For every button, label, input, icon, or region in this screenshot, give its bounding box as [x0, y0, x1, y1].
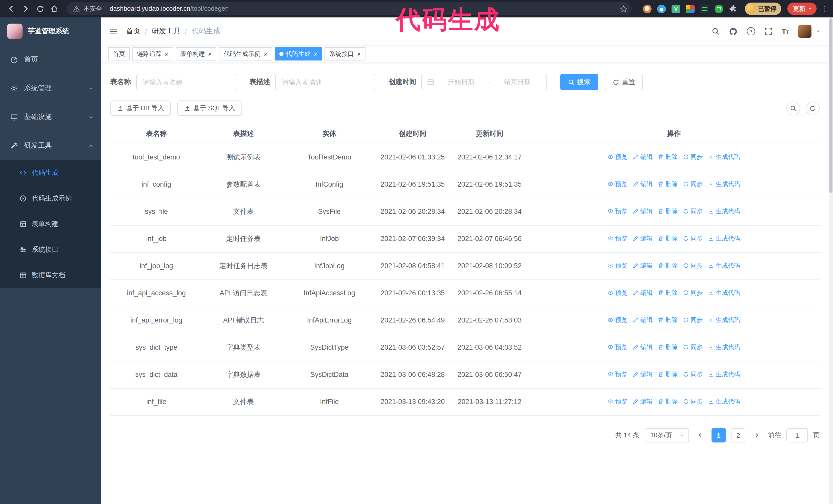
action-sync[interactable]: 同步 [683, 151, 703, 163]
extension-icon-5[interactable] [700, 4, 709, 13]
close-icon[interactable]: × [208, 50, 212, 57]
action-generate-code[interactable]: 生成代码 [708, 369, 740, 380]
goto-page-input[interactable] [786, 428, 808, 442]
action-generate-code[interactable]: 生成代码 [708, 287, 740, 298]
prev-page-button[interactable] [694, 428, 706, 442]
page-button-1[interactable]: 1 [712, 428, 726, 442]
action-delete[interactable]: 删除 [658, 396, 678, 407]
close-icon[interactable]: × [314, 50, 317, 57]
caret-down-icon[interactable] [815, 29, 821, 34]
action-edit[interactable]: 编辑 [633, 396, 652, 407]
date-range-picker[interactable]: 开始日期 - 结束日期 [421, 74, 547, 90]
action-generate-code[interactable]: 生成代码 [708, 206, 740, 217]
sidebar-item-codegen-example[interactable]: 代码生成示例 [0, 186, 101, 211]
action-generate-code[interactable]: 生成代码 [708, 260, 740, 271]
action-preview[interactable]: 预览 [608, 260, 627, 271]
extension-icon-1[interactable] [643, 4, 651, 13]
refresh-table-button[interactable] [806, 101, 820, 115]
action-generate-code[interactable]: 生成代码 [708, 314, 740, 326]
action-preview[interactable]: 预览 [608, 233, 627, 244]
action-preview[interactable]: 预览 [608, 369, 627, 380]
browser-back-icon[interactable] [5, 3, 18, 15]
browser-reload-icon[interactable] [34, 3, 46, 15]
action-preview[interactable]: 预览 [608, 341, 627, 353]
extension-icon-6[interactable] [715, 4, 723, 13]
action-edit[interactable]: 编辑 [633, 341, 652, 353]
address-bar[interactable]: 不安全 dashboard.yudao.iocoder.cn/tool/code… [67, 2, 632, 16]
action-delete[interactable]: 删除 [658, 206, 678, 217]
action-delete[interactable]: 删除 [658, 369, 678, 380]
tab-system-api[interactable]: 系统接口× [325, 47, 365, 61]
browser-menu-icon[interactable]: ⋮ [821, 5, 828, 13]
extensions-puzzle-icon[interactable] [729, 4, 738, 13]
action-generate-code[interactable]: 生成代码 [708, 341, 740, 353]
import-db-button[interactable]: 基于 DB 导入 [110, 100, 171, 116]
fullscreen-icon[interactable] [764, 27, 772, 35]
action-preview[interactable]: 预览 [608, 314, 627, 326]
action-delete[interactable]: 删除 [658, 178, 678, 190]
tab-tracing[interactable]: 链路追踪× [132, 47, 173, 61]
sidebar-item-home[interactable]: 首页 [0, 45, 101, 74]
action-edit[interactable]: 编辑 [633, 287, 652, 298]
action-edit[interactable]: 编辑 [633, 369, 652, 380]
close-icon[interactable]: × [263, 50, 267, 57]
action-sync[interactable]: 同步 [683, 233, 703, 244]
help-icon[interactable]: ? [747, 27, 755, 35]
search-button[interactable]: 搜索 [560, 74, 598, 90]
action-edit[interactable]: 编辑 [633, 260, 652, 271]
profile-paused-chip[interactable]: 已暂停 [745, 3, 781, 15]
sidebar-item-system-api[interactable]: 系统接口 [0, 237, 101, 263]
extension-icon-2[interactable] [657, 4, 666, 13]
action-preview[interactable]: 预览 [608, 178, 627, 190]
action-delete[interactable]: 删除 [658, 287, 678, 298]
breadcrumb-home[interactable]: 首页 [126, 27, 140, 36]
search-icon[interactable] [712, 27, 720, 35]
breadcrumb-devtools[interactable]: 研发工具 [152, 27, 181, 36]
action-edit[interactable]: 编辑 [633, 314, 652, 326]
font-size-icon[interactable]: TT [782, 28, 789, 35]
action-delete[interactable]: 删除 [658, 151, 678, 163]
action-sync[interactable]: 同步 [683, 341, 703, 353]
sidebar-item-infrastructure[interactable]: 基础设施 [0, 102, 101, 131]
action-edit[interactable]: 编辑 [633, 178, 652, 190]
action-delete[interactable]: 删除 [658, 314, 678, 326]
page-button-2[interactable]: 2 [731, 428, 745, 442]
action-sync[interactable]: 同步 [683, 206, 703, 217]
action-edit[interactable]: 编辑 [633, 233, 652, 244]
action-generate-code[interactable]: 生成代码 [708, 151, 740, 163]
browser-update-button[interactable]: 更新 [787, 3, 816, 15]
security-label[interactable]: 不安全 [84, 4, 102, 13]
github-icon[interactable] [729, 27, 738, 35]
next-page-button[interactable] [751, 428, 763, 442]
page-size-select[interactable]: 10条/页 [645, 428, 689, 442]
user-avatar[interactable] [798, 25, 811, 38]
tab-codegen-example[interactable]: 代码生成示例× [219, 47, 272, 61]
browser-forward-icon[interactable] [20, 3, 32, 15]
browser-home-icon[interactable] [48, 3, 61, 15]
action-sync[interactable]: 同步 [683, 178, 703, 190]
vue-devtools-extension-icon[interactable]: V [671, 4, 680, 13]
action-delete[interactable]: 删除 [658, 233, 678, 244]
sidebar-item-system[interactable]: 系统管理 [0, 74, 101, 102]
app-logo[interactable]: 芋道管理系统 [0, 18, 101, 45]
close-icon[interactable]: × [357, 50, 361, 57]
action-sync[interactable]: 同步 [683, 287, 703, 298]
reset-button[interactable]: 重置 [605, 74, 643, 90]
sidebar-item-devtools[interactable]: 研发工具 [0, 131, 101, 160]
scrollbar-thumb[interactable] [829, 19, 832, 193]
tab-form-builder[interactable]: 表单构建× [175, 47, 216, 61]
tab-codegen[interactable]: 代码生成× [275, 47, 322, 61]
bookmark-star-icon[interactable] [620, 5, 627, 13]
action-preview[interactable]: 预览 [608, 396, 627, 407]
action-delete[interactable]: 删除 [658, 341, 678, 353]
action-generate-code[interactable]: 生成代码 [708, 178, 740, 190]
tab-home[interactable]: 首页 [108, 47, 130, 61]
sidebar-item-db-docs[interactable]: 数据库文档 [0, 263, 101, 288]
extension-icon-4[interactable] [686, 4, 695, 13]
action-edit[interactable]: 编辑 [633, 206, 652, 217]
import-sql-button[interactable]: 基于 SQL 导入 [177, 100, 242, 116]
action-generate-code[interactable]: 生成代码 [708, 233, 740, 244]
sidebar-item-codegen[interactable]: 代码生成 [0, 160, 101, 186]
close-icon[interactable]: × [165, 50, 168, 57]
action-preview[interactable]: 预览 [608, 287, 627, 298]
